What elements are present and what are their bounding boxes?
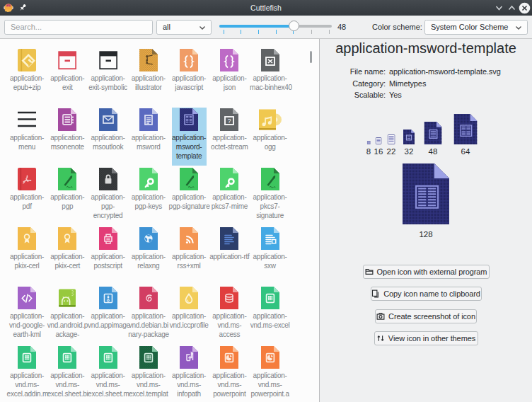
svg-text:?: ? xyxy=(228,117,231,125)
